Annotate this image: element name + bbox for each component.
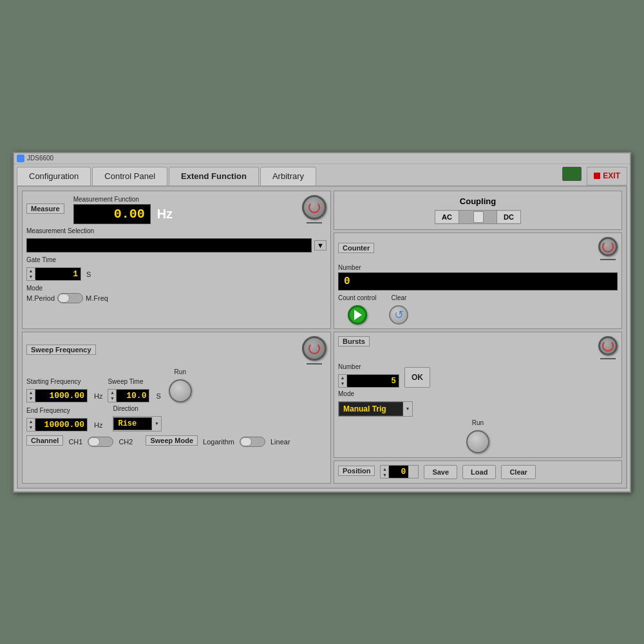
gate-time-value: 1 xyxy=(35,268,80,280)
direction-value: Rise xyxy=(113,417,152,430)
sweep-run-button[interactable] xyxy=(169,379,192,402)
counter-power-button[interactable] xyxy=(598,237,618,256)
measurement-function-label: Measurement Function xyxy=(73,196,173,203)
position-load-button[interactable]: Load xyxy=(462,465,496,479)
end-freq-unit: Hz xyxy=(94,421,102,429)
right-top-area: Coupling AC DC Counter xyxy=(334,191,622,329)
starting-freq-unit: Hz xyxy=(94,392,102,400)
bursts-run-label: Run xyxy=(472,419,484,426)
end-freq-value: 10000.00 xyxy=(35,419,87,431)
bursts-ok-button[interactable]: OK xyxy=(404,367,430,388)
starting-freq-up[interactable]: ▲ xyxy=(27,390,35,395)
coupling-slider-knob xyxy=(473,211,484,223)
measure-panel: Measure Measurement Function 0.00 Hz Mea… xyxy=(22,191,331,329)
tab-bar: Configuration Control Panel Extend Funct… xyxy=(14,164,630,185)
bursts-mode-label: Mode xyxy=(338,390,618,397)
end-freq-down[interactable]: ▼ xyxy=(27,424,35,430)
bursts-mode-dropdown[interactable]: ▼ xyxy=(403,402,412,416)
counter-section-title: Counter xyxy=(338,243,374,253)
gate-time-down[interactable]: ▼ xyxy=(27,274,35,279)
counter-power-line xyxy=(600,259,616,260)
sweep-power-line xyxy=(307,363,322,365)
m-freq-label: M.Freq xyxy=(86,294,108,302)
measure-power-button[interactable] xyxy=(302,195,327,220)
exit-button[interactable]: EXIT xyxy=(587,167,627,185)
sweep-time-down[interactable]: ▼ xyxy=(108,395,116,401)
measure-section-title: Measure xyxy=(26,204,64,214)
exit-icon xyxy=(594,173,600,179)
end-freq-label: End Frequency xyxy=(26,407,88,414)
ch2-label: CH2 xyxy=(118,438,133,446)
sweep-mode-label: Sweep Mode xyxy=(146,435,198,446)
bursts-number-label: Number xyxy=(338,363,399,370)
main-window: JDS6600 Configuration Control Panel Exte… xyxy=(13,152,631,493)
logarithm-label: Logarithm xyxy=(203,438,234,446)
position-clear-button[interactable]: Clear xyxy=(501,465,536,479)
tab-arbitrary[interactable]: Arbitrary xyxy=(260,167,316,185)
mode-toggle-knob xyxy=(58,294,70,303)
linear-label: Linear xyxy=(270,438,290,446)
gate-time-spin-buttons[interactable]: ▲ ▼ xyxy=(27,268,35,279)
position-down[interactable]: ▼ xyxy=(381,472,388,478)
bursts-number-up[interactable]: ▲ xyxy=(339,375,346,381)
coupling-title: Coupling xyxy=(339,196,616,206)
position-label: Position xyxy=(338,466,375,476)
position-spinner[interactable]: ▲ ▼ 0 xyxy=(380,465,419,478)
bursts-section-title: Bursts xyxy=(338,336,370,346)
play-icon xyxy=(354,310,362,320)
tab-extend-function[interactable]: Extend Function xyxy=(169,167,259,185)
sweep-mode-toggle[interactable] xyxy=(240,437,265,447)
sweep-section-title: Sweep Frequency xyxy=(26,345,96,355)
bursts-number-spinner[interactable]: ▲ ▼ 5 xyxy=(338,374,399,388)
tab-spacer xyxy=(317,167,561,185)
ch1-label: CH1 xyxy=(68,438,82,446)
bursts-number-value: 5 xyxy=(347,375,399,387)
direction-label: Direction xyxy=(113,405,162,412)
sweep-power-button[interactable] xyxy=(302,336,327,361)
title-bar: JDS6600 xyxy=(14,153,630,164)
gate-time-label: Gate Time xyxy=(26,256,81,263)
sweep-time-value: 10.0 xyxy=(117,390,149,402)
direction-dropdown[interactable]: ▼ xyxy=(152,417,161,431)
coupling-bar: AC DC xyxy=(435,210,521,224)
mode-toggle-switch[interactable] xyxy=(57,293,83,303)
channel-toggle[interactable] xyxy=(88,437,113,447)
coupling-dc-button[interactable]: DC xyxy=(497,211,520,223)
main-content: Measure Measurement Function 0.00 Hz Mea… xyxy=(17,185,627,489)
coupling-panel: Coupling AC DC xyxy=(334,191,622,230)
sweep-time-up[interactable]: ▲ xyxy=(108,390,116,395)
bursts-panel: Bursts Number ▲ ▼ 5 xyxy=(334,332,622,458)
bursts-number-down[interactable]: ▼ xyxy=(339,381,346,386)
bursts-run-button[interactable] xyxy=(466,430,489,453)
power-line-1 xyxy=(307,222,322,223)
counter-clear-button[interactable]: ↺ xyxy=(389,305,408,325)
coupling-slider[interactable] xyxy=(459,211,497,223)
m-period-label: M.Period xyxy=(26,294,55,302)
position-panel: Position ▲ ▼ 0 Save Load Clear xyxy=(334,460,622,484)
tab-configuration[interactable]: Configuration xyxy=(17,167,91,185)
gate-time-spinner[interactable]: ▲ ▼ 1 xyxy=(26,267,81,281)
count-control-play-button[interactable] xyxy=(348,305,367,325)
end-freq-up[interactable]: ▲ xyxy=(27,419,35,424)
starting-freq-down[interactable]: ▼ xyxy=(27,395,35,401)
sweep-time-spinner[interactable]: ▲ ▼ 10.0 xyxy=(108,389,149,402)
channel-label: Channel xyxy=(26,435,63,446)
selection-dropdown-arrow[interactable]: ▼ xyxy=(314,240,327,251)
hz-unit: Hz xyxy=(157,207,173,222)
position-value: 0 xyxy=(389,466,408,478)
end-freq-spinner[interactable]: ▲ ▼ 10000.00 xyxy=(26,418,88,431)
count-control-label: Count control xyxy=(338,294,376,301)
tab-control-panel[interactable]: Control Panel xyxy=(92,167,167,185)
sweep-time-label: Sweep Time xyxy=(108,378,149,385)
starting-freq-value: 1000.00 xyxy=(35,390,87,402)
sweep-time-unit: S xyxy=(156,392,160,400)
gate-time-up[interactable]: ▲ xyxy=(27,268,35,274)
coupling-ac-button[interactable]: AC xyxy=(435,211,459,223)
position-up[interactable]: ▲ xyxy=(381,466,388,472)
starting-freq-spinner[interactable]: ▲ ▼ 1000.00 xyxy=(26,389,88,402)
bursts-power-button[interactable] xyxy=(598,336,618,355)
position-save-button[interactable]: Save xyxy=(424,465,457,479)
window-title: JDS6600 xyxy=(27,155,53,162)
starting-freq-label: Starting Frequency xyxy=(26,378,88,385)
bursts-power-line xyxy=(600,358,616,359)
